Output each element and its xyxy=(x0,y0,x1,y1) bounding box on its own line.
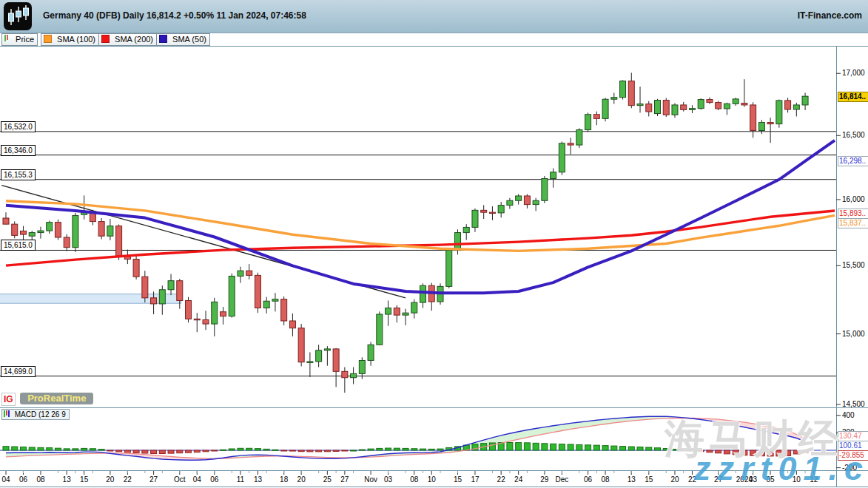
macd-histogram-bar xyxy=(351,450,357,451)
candle-body xyxy=(342,371,348,377)
date-tick-label: 20 xyxy=(297,475,306,484)
candle-body xyxy=(351,373,357,377)
macd-histogram-bar xyxy=(559,444,565,450)
candle-body xyxy=(238,271,243,276)
date-tick-label: 15 xyxy=(454,475,462,484)
chart-title: Germany 40 (DFB) Daily 16,814.2 +0.50% 1… xyxy=(43,10,306,21)
candle-body xyxy=(159,290,165,304)
date-tick-label: 06 xyxy=(584,475,592,484)
sma50-line xyxy=(6,140,835,293)
date-tick-label: Oct xyxy=(174,475,186,484)
macd-histogram-bar xyxy=(386,448,391,450)
date-tick-label: 22 xyxy=(497,475,505,484)
candle-body xyxy=(524,196,530,205)
candle-body xyxy=(168,281,174,290)
candle-body xyxy=(151,298,157,304)
candle-body xyxy=(324,349,330,350)
macd-tick-label: 400 xyxy=(842,411,855,419)
candle-body xyxy=(411,302,417,313)
date-tick-label: 04 xyxy=(1,475,10,484)
macd-histogram-bar xyxy=(593,445,599,450)
candle-body xyxy=(758,123,764,131)
date-tick-label: 13 xyxy=(628,475,636,484)
macd-histogram-bar xyxy=(403,448,408,450)
price-badge: 15,893.. xyxy=(838,209,868,219)
candle-body xyxy=(585,115,591,130)
macd-histogram-bar xyxy=(203,450,209,452)
macd-histogram-bar xyxy=(12,447,18,450)
candle-body xyxy=(359,360,365,373)
candle-body xyxy=(628,81,634,106)
candle-body xyxy=(73,215,78,247)
date-tick-label: 03 xyxy=(384,475,392,484)
macd-histogram-bar xyxy=(611,446,617,450)
date-tick-label: 08 xyxy=(601,475,609,484)
date-tick-label: 29 xyxy=(540,475,548,484)
candle-body xyxy=(793,105,799,109)
macd-histogram-bar xyxy=(637,447,643,450)
macd-histogram-bar xyxy=(602,446,608,450)
provider-label: IT-Finance.com xyxy=(798,10,862,21)
macd-histogram-bar xyxy=(255,449,260,450)
macd-histogram-bar xyxy=(646,447,652,450)
macd-histogram-bar xyxy=(263,449,269,450)
candle-body xyxy=(386,308,391,315)
candle-body xyxy=(655,101,661,114)
macd-histogram-bar xyxy=(159,450,165,453)
candles-layer xyxy=(3,72,808,393)
date-tick-label: 22 xyxy=(124,475,132,484)
prorealtime-logo-text: ProRealTime xyxy=(20,393,93,404)
macd-histogram-bar xyxy=(568,444,573,450)
macd-indicator-label[interactable]: MACD (12 26 9 xyxy=(1,409,70,420)
macd-histogram-bar xyxy=(168,450,174,453)
candle-body xyxy=(142,277,148,298)
candle-body xyxy=(689,109,695,110)
macd-histogram-bar xyxy=(81,448,87,450)
candle-body xyxy=(620,81,626,98)
macd-histogram-bar xyxy=(3,447,9,450)
header: Germany 40 (DFB) Daily 16,814.2 +0.50% 1… xyxy=(0,0,868,33)
candle-body xyxy=(516,196,522,200)
date-tick-label: 18 xyxy=(280,475,288,484)
macd-mini-icon xyxy=(4,410,11,417)
macd-histogram-bar xyxy=(98,450,104,450)
candle-body xyxy=(420,285,426,302)
candle-body xyxy=(38,231,44,233)
candle-body xyxy=(403,313,408,315)
macd-histogram-bar xyxy=(133,450,139,453)
candle-body xyxy=(446,251,452,287)
candle-body xyxy=(568,143,573,145)
macd-histogram-bar xyxy=(238,448,243,450)
legend-price-button[interactable]: Price xyxy=(1,33,38,46)
prorealtime-logo[interactable]: IG ProRealTime xyxy=(1,393,93,406)
macd-histogram-bar xyxy=(368,449,374,450)
candle-body xyxy=(542,179,548,201)
macd-histogram-bar xyxy=(620,447,626,450)
macd-histogram-bar xyxy=(428,449,434,450)
candle-body xyxy=(98,222,104,237)
candle-body xyxy=(194,319,200,319)
macd-histogram-bar xyxy=(38,447,44,450)
legend-sma100-button[interactable]: SMA (100) xyxy=(41,33,99,46)
macd-histogram-bar xyxy=(20,447,26,450)
candle-body xyxy=(698,100,704,109)
candle-body xyxy=(12,224,18,235)
legend-sma50-button[interactable]: SMA (50) xyxy=(156,33,210,46)
candle-body xyxy=(776,101,782,124)
candle-body xyxy=(489,212,495,213)
date-tick-label: 15 xyxy=(645,475,653,484)
macd-histogram-bar xyxy=(177,450,183,453)
macd-histogram-bar xyxy=(437,449,443,450)
macd-histogram-bar xyxy=(524,443,530,450)
date-tick-label: 08 xyxy=(410,475,418,484)
date-tick-label: 10 xyxy=(428,475,436,484)
macd-histogram-bar xyxy=(489,443,495,450)
app-logo-icon[interactable] xyxy=(4,2,32,30)
candle-body xyxy=(203,319,209,324)
macd-histogram-bar xyxy=(420,449,426,450)
legend-sma200-button[interactable]: SMA (200) xyxy=(98,33,157,46)
candle-body xyxy=(246,271,252,275)
macd-histogram-bar xyxy=(29,447,35,450)
candle-body xyxy=(716,103,721,109)
candle-body xyxy=(741,104,747,105)
